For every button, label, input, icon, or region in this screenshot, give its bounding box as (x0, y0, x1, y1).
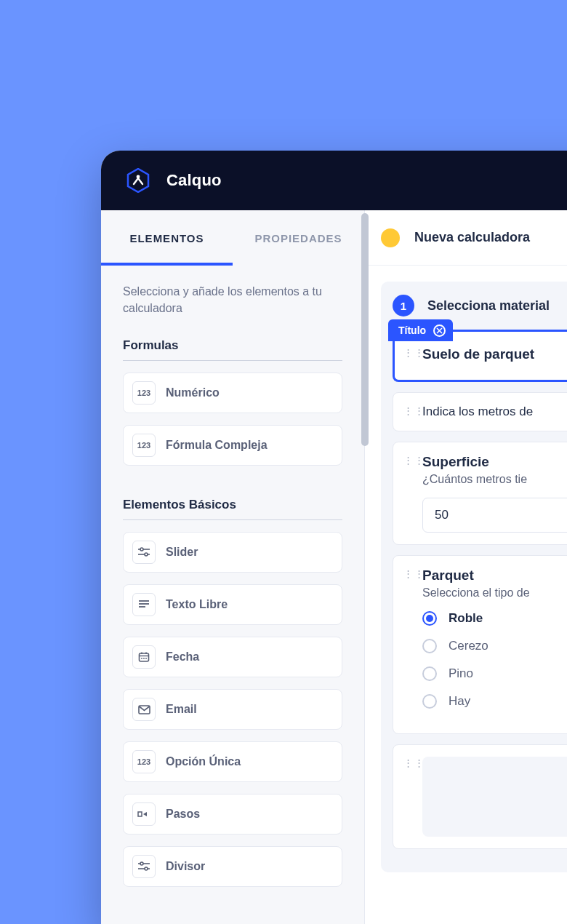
tab-label: ELEMENTOS (129, 232, 204, 244)
svg-point-3 (140, 548, 143, 551)
radio-option-pino[interactable]: Pino (422, 666, 567, 681)
svg-marker-0 (128, 169, 148, 192)
svg-point-14 (143, 658, 145, 659)
element-label: Opción Única (166, 755, 241, 768)
element-label: Texto Libre (166, 598, 228, 611)
sliders-icon (132, 855, 156, 878)
svg-rect-17 (138, 812, 142, 816)
step-container: 1 Selecciona material Título ⋮⋮ Suelo de… (381, 282, 567, 872)
drag-handle-icon[interactable]: ⋮⋮ (403, 567, 412, 575)
card-title-text: Suelo de parquet (422, 346, 567, 362)
element-numeric[interactable]: 123 Numérico (123, 373, 342, 413)
canvas-header: Nueva calculadora (365, 210, 567, 266)
card-parquet[interactable]: ⋮⋮ Parquet Selecciona el tipo de Roble C… (393, 555, 567, 734)
chip-label: Título (398, 324, 426, 336)
sidebar-tabs: ELEMENTOS PROPIEDADES (101, 210, 364, 266)
numeric-icon: 123 (132, 381, 156, 405)
content-area: ELEMENTOS PROPIEDADES Selecciona y añade… (101, 210, 567, 924)
app-logo-icon (126, 168, 150, 193)
status-dot-icon (381, 228, 400, 247)
svg-point-13 (141, 658, 142, 659)
section-formulas-title: Formulas (123, 338, 342, 361)
numeric-icon: 123 (132, 434, 156, 457)
calendar-icon (132, 645, 156, 669)
radio-label: Pino (449, 666, 473, 681)
radio-icon (422, 611, 437, 626)
step-label[interactable]: Selecciona material (427, 298, 550, 314)
svg-point-21 (145, 867, 148, 870)
titlebar: Calquo (101, 151, 567, 210)
drag-handle-icon[interactable]: ⋮⋮ (403, 757, 412, 765)
radio-label: Hay (449, 694, 470, 709)
app-window: Calquo ELEMENTOS PROPIEDADES Selecciona … (101, 151, 567, 924)
element-label: Slider (166, 546, 198, 559)
step-header: 1 Selecciona material (393, 295, 567, 316)
canvas-body: 1 Selecciona material Título ⋮⋮ Suelo de… (365, 266, 567, 888)
sidebar-scrollbar[interactable] (361, 213, 369, 446)
element-slider[interactable]: Slider (123, 532, 342, 573)
tab-label: PROPIEDADES (254, 232, 342, 244)
title-chip: Título (388, 319, 453, 341)
surface-input[interactable]: 50 (422, 498, 567, 533)
drag-handle-icon[interactable]: ⋮⋮ (403, 405, 412, 413)
card-placeholder[interactable]: ⋮⋮ (393, 744, 567, 849)
canvas: Nueva calculadora 1 Selecciona material … (364, 210, 567, 924)
parquet-title: Parquet (422, 567, 567, 584)
svg-point-5 (145, 553, 148, 556)
card-text: Indica los metros de (422, 405, 567, 419)
svg-rect-9 (140, 653, 149, 661)
sidebar: ELEMENTOS PROPIEDADES Selecciona y añade… (101, 210, 364, 924)
app-title: Calquo (166, 171, 222, 190)
drag-handle-icon[interactable]: ⋮⋮ (403, 346, 412, 354)
numeric-icon: 123 (132, 750, 156, 773)
card-subtitle[interactable]: ⋮⋮ Indica los metros de (393, 392, 567, 431)
radio-option-roble[interactable]: Roble (422, 611, 567, 626)
radio-option-cerezo[interactable]: Cerezo (422, 639, 567, 653)
step-number-badge: 1 (393, 295, 414, 316)
radio-option-hay[interactable]: Hay (422, 694, 567, 709)
surface-title: Superficie (422, 454, 567, 470)
surface-subtitle: ¿Cuántos metros tie (422, 473, 567, 486)
element-date[interactable]: Fecha (123, 637, 342, 677)
tab-elements[interactable]: ELEMENTOS (101, 210, 233, 266)
element-label: Fórmula Compleja (166, 439, 268, 452)
sliders-icon (132, 541, 156, 564)
element-label: Pasos (166, 808, 200, 821)
element-steps[interactable]: Pasos (123, 794, 342, 835)
sidebar-body: Selecciona y añade los elementos a tu ca… (101, 266, 364, 924)
radio-label: Cerezo (449, 639, 488, 653)
calculator-title[interactable]: Nueva calculadora (414, 230, 530, 245)
text-icon (132, 593, 156, 616)
card-surface[interactable]: ⋮⋮ Superficie ¿Cuántos metros tie 50 (393, 442, 567, 545)
chip-close-icon[interactable] (433, 324, 446, 337)
element-single-option[interactable]: 123 Opción Única (123, 741, 342, 782)
element-label: Numérico (166, 386, 220, 399)
element-label: Divisor (166, 860, 205, 873)
element-label: Email (166, 703, 197, 716)
tab-properties[interactable]: PROPIEDADES (233, 210, 364, 266)
element-email[interactable]: Email (123, 689, 342, 730)
svg-point-15 (145, 658, 147, 659)
radio-icon (422, 639, 437, 653)
radio-label: Roble (449, 611, 483, 626)
radio-icon (422, 666, 437, 681)
element-label: Fecha (166, 650, 199, 664)
parquet-subtitle: Selecciona el tipo de (422, 586, 567, 600)
section-basics-title: Elementos Básicos (123, 498, 342, 520)
sidebar-helper: Selecciona y añade los elementos a tu ca… (123, 283, 342, 316)
element-free-text[interactable]: Texto Libre (123, 584, 342, 625)
mail-icon (132, 698, 156, 721)
steps-icon (132, 802, 156, 826)
svg-point-19 (140, 862, 143, 865)
placeholder-box (422, 757, 567, 837)
drag-handle-icon[interactable]: ⋮⋮ (403, 454, 412, 462)
element-complex-formula[interactable]: 123 Fórmula Compleja (123, 425, 342, 466)
radio-icon (422, 694, 437, 709)
element-divider[interactable]: Divisor (123, 846, 342, 887)
